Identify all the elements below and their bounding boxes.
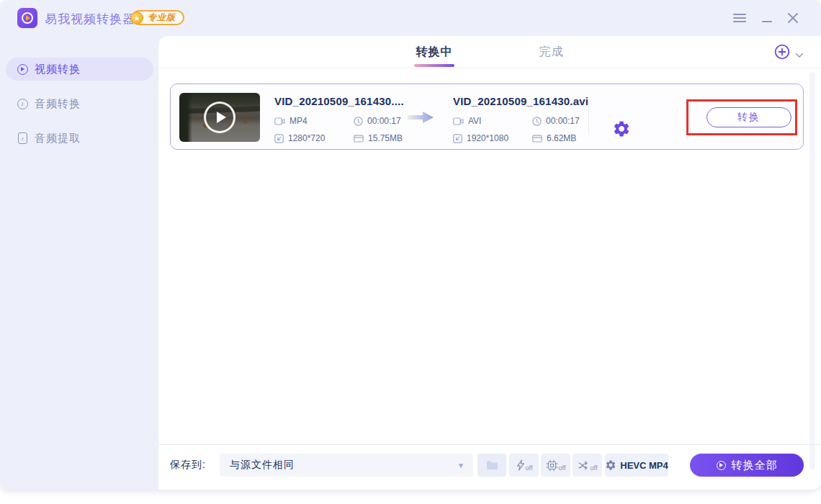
app-window: 易我视频转换器 ★ 专业版 视频转换 ♪ 音频转换 [0,0,821,490]
target-duration: 00:00:17 [532,115,580,127]
tab-converting[interactable]: 转换中 [416,36,453,68]
save-to-label: 保存到: [170,454,206,477]
video-camera-icon [453,117,464,125]
chip-icon [546,459,558,472]
star-icon: ★ [130,12,143,24]
target-size: 6.62MB [532,132,576,144]
source-size: 15.75MB [354,132,403,144]
resolution-icon [453,134,462,143]
toggle-state: off [559,464,566,472]
file-size-icon [354,134,364,143]
logo-play-ring [22,12,33,24]
gear-icon [605,459,616,471]
save-path-dropdown[interactable]: 与源文件相同 ▼ [220,454,473,477]
save-path-value: 与源文件相同 [230,459,457,472]
sidebar-item-audio-convert[interactable]: ♪ 音频转换 [0,92,158,115]
row-divider [588,100,589,135]
video-camera-icon [274,117,285,125]
clock-icon [354,117,363,126]
convert-all-button[interactable]: 转换全部 [690,454,804,477]
convert-arrow-icon [408,112,434,126]
sidebar: 视频转换 ♪ 音频转换 ♪ 音频提取 [0,36,158,490]
source-duration: 00:00:17 [354,115,401,127]
sidebar-item-label: 视频转换 [35,63,81,76]
task-row: VID_20210509_161430.... MP4 00:00:17 128… [170,84,804,150]
pro-version-badge: ★ 专业版 [132,10,184,25]
convert-all-label: 转换全部 [732,459,778,472]
lightning-icon [516,459,525,471]
badge-label: 专业版 [148,12,176,24]
hardware-acceleration-toggle[interactable]: off [509,454,539,477]
folder-icon [486,460,498,470]
audio-convert-icon: ♪ [16,97,29,110]
play-icon [217,112,226,123]
footer-divider [158,444,821,445]
file-size-icon [532,134,542,143]
task-settings-gear-icon[interactable] [612,120,631,138]
sidebar-item-video-convert[interactable]: 视频转换 [0,58,158,81]
tab-bar: 转换中 完成 [158,36,821,68]
gpu-chip-toggle[interactable]: off [541,454,570,477]
source-format: MP4 [274,115,308,127]
source-resolution: 1280*720 [274,132,325,144]
play-circle-icon [717,461,726,470]
sidebar-item-label: 音频转换 [35,97,81,111]
scrollbar[interactable] [809,72,815,469]
clock-icon [532,117,542,126]
toggle-state: off [526,464,533,472]
dropdown-arrow-icon: ▼ [457,462,465,469]
resolution-icon [274,134,284,143]
sidebar-item-audio-extract[interactable]: ♪ 音频提取 [0,127,158,150]
title-bar: 易我视频转换器 ★ 专业版 [0,0,821,36]
add-file-button[interactable] [774,44,790,60]
app-logo-icon [17,8,37,28]
merge-swap-icon [578,460,590,471]
close-button[interactable] [782,0,804,36]
app-title: 易我视频转换器 [45,11,135,27]
sidebar-item-label: 音频提取 [35,132,81,145]
play-preview-button[interactable] [204,102,235,133]
target-format: AVI [453,115,481,127]
video-convert-icon [16,63,29,76]
main-panel: 转换中 完成 VID_20210509_161430.... MP4 00:00 [158,36,821,490]
menu-icon[interactable] [729,0,750,36]
add-options-chevron-down-icon[interactable] [795,48,804,61]
tab-finished[interactable]: 完成 [539,36,564,68]
target-resolution: 1920*1080 [453,132,508,144]
toggle-state: off [591,464,598,472]
output-format-value: HEVC MP4 [620,460,668,471]
minimize-button[interactable] [756,0,778,36]
source-file-name: VID_20210509_161430.... [274,95,404,107]
convert-button[interactable]: 转换 [706,107,791,127]
audio-extract-icon: ♪ [16,132,29,145]
merge-toggle[interactable]: off [573,454,602,477]
target-file-name: VID_20210509_161430.avi [453,95,588,107]
open-folder-button[interactable] [477,454,506,477]
output-format-button[interactable]: HEVC MP4 [605,454,668,477]
